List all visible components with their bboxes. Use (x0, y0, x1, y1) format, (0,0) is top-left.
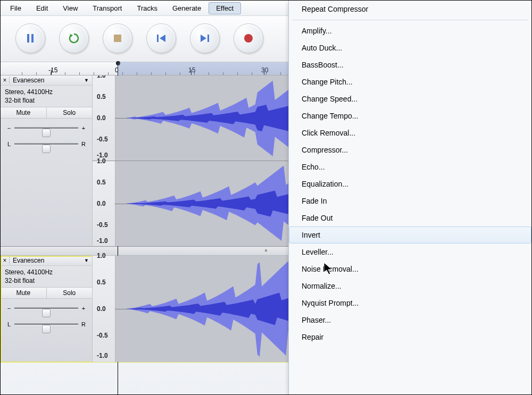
svg-rect-1 (31, 34, 34, 43)
pan-slider[interactable]: LR (6, 139, 87, 149)
record-button[interactable] (234, 23, 263, 53)
amplitude-scale: 1.00.50.0-0.5-1.0 (93, 75, 115, 161)
effect-item-leveller[interactable]: Leveller... (289, 243, 531, 260)
play-loop-button[interactable] (59, 23, 89, 53)
track-name-dropdown[interactable]: Evanescen▼ (10, 77, 92, 84)
svg-rect-0 (27, 34, 29, 43)
svg-marker-6 (201, 35, 206, 42)
pan-slider[interactable]: LR (6, 319, 87, 330)
effect-item-fade-in[interactable]: Fade In (289, 192, 531, 209)
solo-button[interactable]: Solo (47, 288, 93, 298)
track-panel: ×Evanescen▼Stereo, 44100Hz32-bit floatMu… (1, 75, 93, 246)
effect-item-fade-out[interactable]: Fade Out (289, 209, 531, 226)
effect-item-click-removal[interactable]: Click Removal... (289, 124, 531, 141)
effect-item-auto-duck[interactable]: Auto Duck... (289, 39, 531, 56)
menu-transport[interactable]: Transport (85, 2, 129, 14)
gain-slider[interactable]: −+ (6, 303, 87, 314)
pause-button[interactable] (15, 23, 45, 53)
track-meta: Stereo, 44100Hz32-bit float (1, 266, 92, 287)
effect-item-change-tempo[interactable]: Change Tempo... (289, 107, 531, 124)
effect-item-nyquist-prompt[interactable]: Nyquist Prompt... (289, 295, 531, 312)
menu-tracks[interactable]: Tracks (129, 2, 165, 14)
effect-item-normalize[interactable]: Normalize... (289, 278, 531, 295)
ruler-label: 15 (188, 66, 195, 74)
amplitude-scale: 1.00.50.0-0.5-1.0 (93, 256, 115, 362)
menu-view[interactable]: View (55, 2, 85, 14)
svg-marker-5 (160, 35, 165, 42)
close-track-button[interactable]: × (1, 257, 10, 264)
effect-menu-dropdown[interactable]: Repeat CompressorAmplify...Auto Duck...B… (288, 1, 531, 394)
effect-item-amplify[interactable]: Amplify... (289, 22, 531, 39)
ruler-label: 30 (261, 66, 268, 74)
mute-button[interactable]: Mute (1, 107, 47, 118)
svg-rect-4 (157, 35, 159, 42)
solo-button[interactable]: Solo (47, 107, 93, 118)
menu-effect[interactable]: Effect (209, 2, 241, 14)
effect-item-invert[interactable]: Invert (289, 226, 531, 243)
svg-rect-7 (207, 35, 209, 42)
svg-point-8 (244, 34, 253, 43)
menu-file[interactable]: File (3, 2, 29, 14)
skip-end-button[interactable] (190, 23, 220, 53)
mute-button[interactable]: Mute (1, 288, 47, 298)
effect-item-repair[interactable]: Repair (289, 329, 531, 346)
menu-edit[interactable]: Edit (29, 2, 55, 14)
amplitude-scale: 1.00.50.0-0.5-1.0 (93, 161, 115, 246)
effect-item-bassboost[interactable]: BassBoost... (289, 56, 531, 73)
effect-repeat-last[interactable]: Repeat Compressor (289, 1, 531, 18)
ruler-label: 0 (115, 66, 119, 74)
svg-rect-3 (114, 35, 121, 42)
effect-item-noise-removal[interactable]: Noise Removal... (289, 260, 531, 278)
effect-item-phaser[interactable]: Phaser... (289, 312, 531, 329)
effect-item-equalization[interactable]: Equalization... (289, 175, 531, 192)
close-track-button[interactable]: × (1, 77, 10, 84)
gain-slider[interactable]: −+ (6, 123, 87, 133)
ruler-label: -15 (48, 66, 57, 74)
effect-item-compressor[interactable]: Compressor... (289, 141, 531, 158)
track-panel: ×Evanescen▼Stereo, 44100Hz32-bit floatMu… (1, 256, 93, 362)
track-name-dropdown[interactable]: Evanescen▼ (10, 257, 92, 264)
stop-button[interactable] (103, 23, 132, 53)
skip-start-button[interactable] (146, 23, 176, 53)
menu-generate[interactable]: Generate (165, 2, 209, 14)
effect-item-echo[interactable]: Echo... (289, 158, 531, 175)
effect-item-change-speed[interactable]: Change Speed... (289, 90, 531, 107)
effect-item-change-pitch[interactable]: Change Pitch... (289, 73, 531, 90)
track-meta: Stereo, 44100Hz32-bit float (1, 86, 92, 107)
